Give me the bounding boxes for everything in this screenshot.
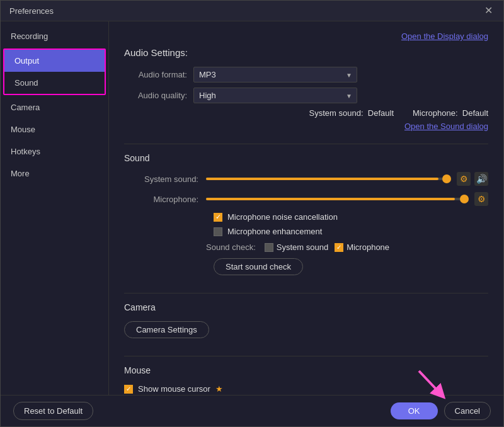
close-button[interactable]: ✕ — [484, 6, 495, 16]
audio-settings-title: Audio Settings: — [124, 47, 488, 58]
star-icon: ★ — [215, 384, 223, 394]
arrow-indicator-icon — [413, 365, 450, 402]
sidebar-item-output[interactable]: Output — [4, 50, 105, 72]
audio-format-select[interactable]: MP3 — [193, 67, 357, 83]
audio-quality-select[interactable]: High — [193, 88, 357, 103]
audio-quality-select-wrapper[interactable]: High — [193, 88, 357, 103]
sidebar-item-camera[interactable]: Camera — [1, 96, 108, 118]
open-sound-link[interactable]: Open the Sound dialog — [404, 122, 488, 131]
camera-section-title: Camera — [124, 302, 488, 312]
microphone-info: Microphone: Default — [413, 108, 488, 118]
microphone-check-item: ✓ Microphone — [335, 242, 389, 252]
sidebar-highlighted-group: Output Sound — [3, 48, 106, 95]
divider-sound — [124, 144, 488, 144]
content-area: Recording Output Sound Camera Mouse Hotk… — [1, 21, 503, 395]
microphone-slider-label: Microphone: — [124, 195, 206, 204]
open-sound-link-row: Open the Sound dialog — [124, 122, 488, 131]
camera-section: Camera Camera Settings — [124, 302, 488, 347]
sidebar-item-more[interactable]: More — [1, 162, 108, 185]
open-display-link-row: Open the Display dialog — [124, 31, 488, 41]
microphone-slider[interactable] — [206, 198, 468, 200]
sidebar-item-mouse[interactable]: Mouse — [1, 118, 108, 140]
divider-mouse — [124, 356, 488, 356]
show-mouse-checkbox[interactable]: ✓ — [124, 385, 133, 394]
enhancement-checkbox[interactable] — [214, 227, 222, 236]
mic-checkmark: ✓ — [336, 244, 341, 251]
sound-check-label: Sound check: — [206, 242, 256, 252]
enhancement-row: Microphone enhancement — [214, 227, 488, 236]
titlebar: Preferences ✕ — [1, 1, 503, 21]
audio-format-row: Audio format: MP3 — [124, 67, 488, 83]
noise-cancellation-row: ✓ Microphone noise cancellation — [214, 212, 488, 222]
open-display-link[interactable]: Open the Display dialog — [401, 31, 488, 41]
sidebar-item-hotkeys[interactable]: Hotkeys — [1, 140, 108, 162]
system-sound-settings-icon[interactable]: ⚙ — [457, 172, 471, 186]
microphone-settings-icon[interactable]: ⚙ — [474, 192, 488, 206]
reset-to-default-button[interactable]: Reset to Default — [13, 402, 93, 420]
enhancement-label: Microphone enhancement — [227, 227, 322, 236]
noise-cancellation-label: Microphone noise cancellation — [227, 212, 338, 222]
sound-section: Sound System sound: ⚙ 🔊 Microphone: — [124, 153, 488, 284]
microphone-slider-row: Microphone: ⚙ — [124, 192, 488, 206]
audio-quality-label: Audio quality: — [124, 91, 193, 100]
footer: Reset to Default OK Cancel — [1, 395, 503, 426]
system-sound-check-checkbox[interactable] — [265, 243, 273, 252]
sidebar-item-sound[interactable]: Sound — [4, 72, 105, 94]
audio-settings-section: Audio Settings: Audio format: MP3 Audio … — [124, 47, 488, 131]
sound-check-row: Sound check: System sound ✓ Microphone — [206, 242, 488, 252]
sidebar: Recording Output Sound Camera Mouse Hotk… — [1, 21, 109, 395]
microphone-check-label: Microphone — [346, 242, 389, 252]
audio-format-select-wrapper[interactable]: MP3 — [193, 67, 357, 83]
system-sound-volume-icon[interactable]: 🔊 — [474, 172, 488, 186]
audio-format-label: Audio format: — [124, 70, 193, 79]
show-mouse-label: Show mouse cursor — [138, 384, 210, 394]
main-content: Open the Display dialog Audio Settings: … — [109, 21, 503, 395]
microphone-check-checkbox[interactable]: ✓ — [335, 243, 343, 252]
system-sound-check-item: System sound — [265, 242, 328, 252]
system-sound-slider-row: System sound: ⚙ 🔊 — [124, 172, 488, 186]
footer-right: OK Cancel — [391, 402, 491, 420]
system-sound-info: System sound: Default — [309, 108, 394, 118]
camera-settings-button[interactable]: Camera Settings — [124, 321, 209, 338]
checkmark-icon: ✓ — [215, 213, 221, 221]
noise-cancellation-checkbox[interactable]: ✓ — [214, 213, 222, 222]
ok-button[interactable]: OK — [391, 402, 438, 419]
preferences-window: Preferences ✕ Recording Output Sound Cam… — [0, 0, 504, 427]
system-sound-check-label: System sound — [277, 242, 328, 252]
system-sound-slider-label: System sound: — [124, 174, 206, 184]
system-sound-slider[interactable] — [206, 178, 450, 180]
microphone-icons: ⚙ — [474, 192, 488, 206]
window-title: Preferences — [9, 6, 54, 16]
system-sound-icons: ⚙ 🔊 — [457, 172, 488, 186]
cancel-button[interactable]: Cancel — [444, 402, 491, 420]
sound-section-title: Sound — [124, 153, 488, 163]
start-sound-check-button[interactable]: Start sound check — [214, 258, 303, 275]
svg-line-1 — [419, 371, 440, 394]
show-mouse-checkmark: ✓ — [126, 385, 131, 392]
divider-camera — [124, 293, 488, 293]
sidebar-item-recording[interactable]: Recording — [1, 25, 108, 47]
audio-quality-row: Audio quality: High — [124, 88, 488, 103]
system-mic-info-row: System sound: Default Microphone: Defaul… — [124, 108, 488, 118]
